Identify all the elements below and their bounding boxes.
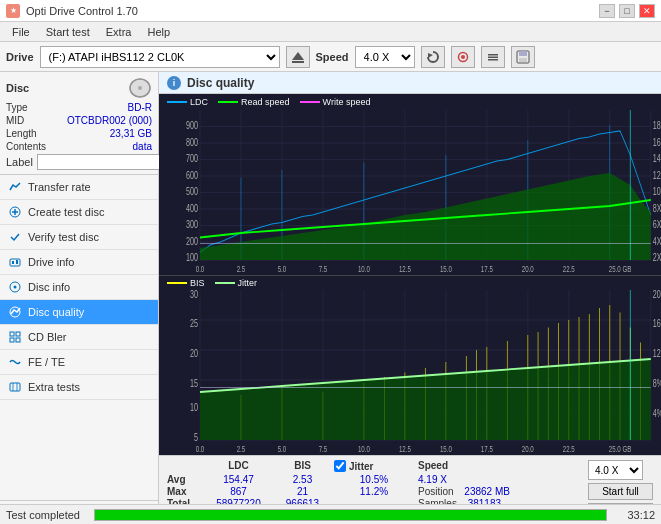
jitter-legend-color — [215, 282, 235, 284]
nav-verify-test-disc[interactable]: Verify test disc — [0, 225, 158, 250]
nav-transfer-rate[interactable]: Transfer rate — [0, 175, 158, 200]
disc-quality-icon — [8, 305, 22, 319]
avg-label: Avg — [167, 474, 202, 485]
lower-chart: 30 25 20 15 10 5 20% 16% 12% 8% 4% — [159, 290, 661, 455]
svg-text:5.0: 5.0 — [278, 264, 287, 275]
save-button[interactable] — [511, 46, 535, 68]
disc-contents-value: data — [133, 141, 152, 152]
legend-ldc: LDC — [167, 97, 208, 107]
nav-cd-bler[interactable]: CD Bler — [0, 325, 158, 350]
svg-point-24 — [10, 307, 20, 317]
svg-text:5.0: 5.0 — [278, 444, 287, 455]
svg-text:800: 800 — [186, 137, 198, 149]
upper-chart: 900800 700600 500400 300200 100 18X16X 1… — [159, 110, 661, 276]
disc-type-row: Type BD-R — [6, 102, 152, 113]
svg-point-3 — [461, 55, 465, 59]
extra-tests-icon — [8, 380, 22, 394]
svg-point-23 — [14, 286, 17, 289]
disc-label-row: Label ☆ — [6, 154, 152, 170]
svg-text:25: 25 — [190, 318, 198, 330]
disc-mid-row: MID OTCBDR002 (000) — [6, 115, 152, 126]
verify-disc-icon — [8, 230, 22, 244]
svg-text:8%: 8% — [653, 378, 661, 390]
svg-text:4%: 4% — [653, 408, 661, 420]
svg-rect-20 — [12, 261, 14, 264]
upper-chart-legend: LDC Read speed Write speed — [159, 94, 661, 110]
col-speed-header: Speed — [418, 460, 473, 472]
menu-bar: File Start test Extra Help — [0, 22, 661, 42]
menu-file[interactable]: File — [4, 24, 38, 40]
bottom-bar: Test completed 33:12 — [0, 504, 661, 524]
svg-text:600: 600 — [186, 170, 198, 182]
nav-create-test-disc[interactable]: Create test disc — [0, 200, 158, 225]
svg-rect-1 — [292, 61, 304, 63]
create-disc-icon — [8, 205, 22, 219]
svg-text:30: 30 — [190, 290, 198, 300]
svg-text:2X: 2X — [653, 252, 661, 264]
disc-length-value: 23,31 GB — [110, 128, 152, 139]
svg-text:10X: 10X — [653, 186, 661, 198]
svg-text:200: 200 — [186, 236, 198, 248]
nav-drive-info[interactable]: Drive info — [0, 250, 158, 275]
svg-text:700: 700 — [186, 153, 198, 165]
svg-rect-21 — [16, 260, 18, 264]
svg-text:8X: 8X — [653, 203, 661, 215]
lower-chart-svg: 30 25 20 15 10 5 20% 16% 12% 8% 4% — [159, 290, 661, 455]
close-button[interactable]: ✕ — [639, 4, 655, 18]
svg-text:900: 900 — [186, 120, 198, 132]
svg-marker-2 — [428, 53, 433, 58]
avg-bis: 2.53 — [275, 474, 330, 485]
svg-text:100: 100 — [186, 252, 198, 264]
disc-label-input[interactable] — [37, 154, 170, 170]
svg-text:22.5: 22.5 — [563, 264, 575, 275]
nav-fe-te[interactable]: FE / TE — [0, 350, 158, 375]
legend-jitter: Jitter — [215, 278, 258, 288]
svg-text:2.5: 2.5 — [237, 264, 246, 275]
disc-icon — [128, 78, 152, 98]
eject-button[interactable] — [286, 46, 310, 68]
config-button[interactable] — [481, 46, 505, 68]
drive-toolbar: Drive (F:) ATAPI iHBS112 2 CL0K Speed 4.… — [0, 42, 661, 72]
speed-select[interactable]: 4.0 X — [355, 46, 415, 68]
drive-select[interactable]: (F:) ATAPI iHBS112 2 CL0K — [40, 46, 280, 68]
disc-length-row: Length 23,31 GB — [6, 128, 152, 139]
speed-selector[interactable]: 4.0 X — [588, 460, 643, 480]
status-text: Test completed — [6, 509, 86, 521]
maximize-button[interactable]: □ — [619, 4, 635, 18]
bis-legend-color — [167, 282, 187, 284]
write-speed-legend-color — [300, 101, 320, 103]
start-full-button[interactable]: Start full — [588, 483, 653, 500]
svg-text:15.0: 15.0 — [440, 264, 452, 275]
drive-info-icon — [8, 255, 22, 269]
jitter-checkbox[interactable] — [334, 460, 346, 472]
nav-disc-info[interactable]: Disc info — [0, 275, 158, 300]
avg-speed: 4.19 X — [418, 474, 447, 485]
disc-type-value: BD-R — [128, 102, 152, 113]
svg-marker-0 — [292, 52, 304, 60]
svg-text:10.0: 10.0 — [358, 444, 370, 455]
svg-rect-9 — [519, 51, 527, 56]
app-icon: ★ — [6, 4, 20, 18]
window-controls: − □ ✕ — [599, 4, 655, 18]
menu-extra[interactable]: Extra — [98, 24, 140, 40]
content-area: i Disc quality LDC Read speed Write spee… — [159, 72, 661, 524]
charts-area: LDC Read speed Write speed — [159, 94, 661, 455]
minimize-button[interactable]: − — [599, 4, 615, 18]
legend-write-speed: Write speed — [300, 97, 371, 107]
settings-button[interactable] — [451, 46, 475, 68]
svg-rect-6 — [488, 56, 498, 58]
svg-text:14X: 14X — [653, 153, 661, 165]
nav-disc-quality[interactable]: Disc quality — [0, 300, 158, 325]
svg-text:20.0: 20.0 — [522, 444, 534, 455]
refresh-button[interactable] — [421, 46, 445, 68]
menu-start-test[interactable]: Start test — [38, 24, 98, 40]
progress-bar-fill — [95, 510, 606, 520]
max-ldc: 867 — [206, 486, 271, 497]
svg-text:10.0: 10.0 — [358, 264, 370, 275]
disc-contents-row: Contents data — [6, 141, 152, 152]
svg-text:10: 10 — [190, 402, 198, 414]
menu-help[interactable]: Help — [139, 24, 178, 40]
col-bis-header: BIS — [275, 460, 330, 472]
nav-extra-tests[interactable]: Extra tests — [0, 375, 158, 400]
disc-section-title: Disc — [6, 82, 29, 94]
